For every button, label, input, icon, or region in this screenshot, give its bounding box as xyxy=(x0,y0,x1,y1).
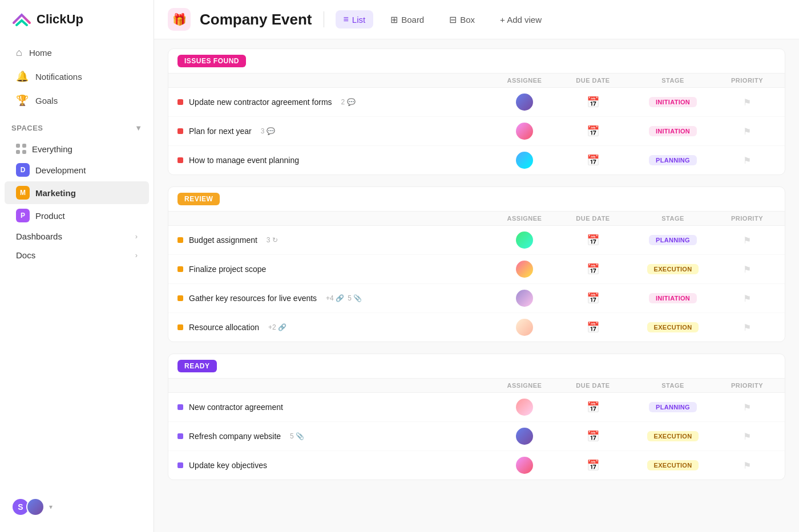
col-duedate-2: DUE DATE xyxy=(559,215,627,222)
sidebar-space-label-development: Development xyxy=(35,165,86,175)
col-stage-3: STAGE xyxy=(627,382,719,389)
avatar xyxy=(516,319,533,336)
date-cell[interactable]: 📅 xyxy=(559,154,627,166)
stage-badge: PLANNING xyxy=(649,402,697,412)
flag-icon[interactable]: ⚑ xyxy=(743,402,751,413)
spaces-section-header[interactable]: Spaces ▼ xyxy=(0,119,154,137)
view-tab-list[interactable]: ≡ List xyxy=(336,10,374,29)
group-header-review: REVIEW xyxy=(168,187,785,212)
priority-cell[interactable]: ⚑ xyxy=(719,460,776,471)
date-cell[interactable]: 📅 xyxy=(559,401,627,413)
main-content: 🎁 Company Event ≡ List ⊞ Board ⊟ Box + A… xyxy=(154,0,799,532)
flag-icon[interactable]: ⚑ xyxy=(743,293,751,304)
priority-cell[interactable]: ⚑ xyxy=(719,264,776,275)
header-divider xyxy=(324,11,324,27)
task-name-cell: How to manage event planning xyxy=(177,156,490,165)
task-name: Plan for next year xyxy=(189,127,252,136)
docs-chevron-icon: › xyxy=(135,251,138,259)
date-cell[interactable]: 📅 xyxy=(559,321,627,334)
sidebar-space-label-everything: Everything xyxy=(32,144,72,154)
sidebar-item-marketing[interactable]: M Marketing xyxy=(5,181,149,204)
date-cell[interactable]: 📅 xyxy=(559,430,627,442)
calendar-icon[interactable]: 📅 xyxy=(587,401,599,413)
view-tab-board[interactable]: ⊞ Board xyxy=(382,10,432,29)
sidebar-item-dashboards[interactable]: Dashboards › xyxy=(5,227,149,246)
task-name-cell: Update key objectives xyxy=(177,461,490,470)
calendar-icon[interactable]: 📅 xyxy=(587,125,599,137)
date-cell[interactable]: 📅 xyxy=(559,234,627,246)
flag-icon[interactable]: ⚑ xyxy=(743,431,751,442)
priority-cell[interactable]: ⚑ xyxy=(719,235,776,246)
calendar-icon[interactable]: 📅 xyxy=(587,459,599,472)
stage-badge: EXECUTION xyxy=(647,264,699,274)
group-badge-issues: ISSUES FOUND xyxy=(177,55,246,67)
table-row[interactable]: Resource allocation +2 🔗 📅 EXECUTION ⚑ xyxy=(168,313,785,342)
flag-icon[interactable]: ⚑ xyxy=(743,235,751,246)
sidebar-item-everything[interactable]: Everything xyxy=(5,139,149,159)
view-tab-box[interactable]: ⊟ Box xyxy=(441,10,483,29)
date-cell[interactable]: 📅 xyxy=(559,263,627,275)
task-meta: 5 📎 xyxy=(290,432,304,440)
table-row[interactable]: Budget assignment 3 ↻ 📅 PLANNING ⚑ xyxy=(168,226,785,255)
trophy-icon: 🏆 xyxy=(16,94,29,107)
calendar-icon[interactable]: 📅 xyxy=(587,292,599,304)
date-cell[interactable]: 📅 xyxy=(559,292,627,304)
col-stage-2: STAGE xyxy=(627,215,719,222)
priority-cell[interactable]: ⚑ xyxy=(719,293,776,304)
priority-cell[interactable]: ⚑ xyxy=(719,126,776,137)
table-row[interactable]: Update new contractor agreement forms 2 … xyxy=(168,88,785,117)
flag-icon[interactable]: ⚑ xyxy=(743,460,751,471)
task-name: Refresh company website xyxy=(189,432,281,441)
sidebar-item-notifications[interactable]: 🔔 Notifications xyxy=(5,64,149,88)
avatar xyxy=(516,290,533,307)
table-row[interactable]: How to manage event planning 📅 PLANNING … xyxy=(168,146,785,174)
calendar-icon[interactable]: 📅 xyxy=(587,430,599,442)
sidebar-item-goals[interactable]: 🏆 Goals xyxy=(5,88,149,112)
assignee-cell xyxy=(490,428,559,445)
date-cell[interactable]: 📅 xyxy=(559,459,627,472)
table-row[interactable]: Refresh company website 5 📎 📅 EXECUTION … xyxy=(168,422,785,451)
flag-icon[interactable]: ⚑ xyxy=(743,155,751,166)
priority-cell[interactable]: ⚑ xyxy=(719,97,776,108)
sidebar-item-development[interactable]: D Development xyxy=(5,159,149,181)
calendar-icon[interactable]: 📅 xyxy=(587,154,599,166)
logo[interactable]: ClickUp xyxy=(0,9,154,41)
priority-cell[interactable]: ⚑ xyxy=(719,322,776,333)
assignee-cell xyxy=(490,232,559,249)
add-view-label: + Add view xyxy=(500,15,542,25)
priority-cell[interactable]: ⚑ xyxy=(719,431,776,442)
stage-cell: PLANNING xyxy=(627,235,719,245)
priority-cell[interactable]: ⚑ xyxy=(719,402,776,413)
table-row[interactable]: Gather key resources for live events +4 … xyxy=(168,284,785,313)
date-cell[interactable]: 📅 xyxy=(559,125,627,137)
date-cell[interactable]: 📅 xyxy=(559,96,627,108)
development-badge-icon: D xyxy=(16,163,30,177)
table-row[interactable]: Update key objectives 📅 EXECUTION ⚑ xyxy=(168,451,785,480)
add-view-button[interactable]: + Add view xyxy=(492,11,550,29)
task-attachment-count: 5 📎 xyxy=(348,294,362,302)
user-dropdown-icon[interactable]: ▾ xyxy=(49,503,53,511)
calendar-icon[interactable]: 📅 xyxy=(587,96,599,108)
sidebar-item-home[interactable]: ⌂ Home xyxy=(5,41,149,64)
task-name-cell: Gather key resources for live events +4 … xyxy=(177,294,490,303)
sidebar-item-product[interactable]: P Product xyxy=(5,204,149,227)
table-row[interactable]: Finalize project scope 📅 EXECUTION ⚑ xyxy=(168,255,785,284)
task-dot-red xyxy=(177,99,183,105)
calendar-icon[interactable]: 📅 xyxy=(587,321,599,334)
flag-icon[interactable]: ⚑ xyxy=(743,264,751,275)
sidebar-item-docs[interactable]: Docs › xyxy=(5,246,149,265)
box-view-label: Box xyxy=(460,15,475,25)
table-row[interactable]: New contractor agreement 📅 PLANNING ⚑ xyxy=(168,393,785,422)
calendar-icon[interactable]: 📅 xyxy=(587,234,599,246)
page-title: Company Event xyxy=(200,11,312,29)
avatar xyxy=(516,428,533,445)
priority-cell[interactable]: ⚑ xyxy=(719,155,776,166)
flag-icon[interactable]: ⚑ xyxy=(743,322,751,333)
user-avatars: S xyxy=(11,498,45,516)
docs-label: Docs xyxy=(16,250,35,260)
calendar-icon[interactable]: 📅 xyxy=(587,263,599,275)
table-row[interactable]: Plan for next year 3 💬 📅 INITIATION ⚑ xyxy=(168,117,785,146)
flag-icon[interactable]: ⚑ xyxy=(743,126,751,137)
assignee-cell xyxy=(490,261,559,278)
flag-icon[interactable]: ⚑ xyxy=(743,97,751,108)
